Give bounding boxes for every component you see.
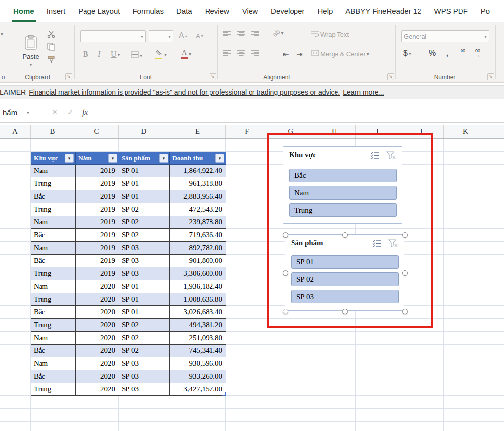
decrease-indent-button[interactable]: ⇤ (283, 50, 289, 59)
align-center-button[interactable] (237, 50, 245, 57)
table-cell[interactable]: 1,936,182.40 (170, 280, 226, 293)
table-cell[interactable]: SP 01 (119, 280, 170, 293)
learn-more-link[interactable]: Learn more... (343, 88, 384, 96)
table-cell[interactable]: 2019 (76, 190, 119, 203)
table-cell[interactable]: Nam (31, 242, 76, 255)
menu-tab-formulas[interactable]: Formulas (126, 0, 170, 22)
table-cell[interactable]: 2019 (76, 267, 119, 280)
table-cell[interactable]: SP 03 (119, 357, 170, 370)
table-cell[interactable]: SP 01 (119, 306, 170, 319)
table-cell[interactable]: SP 01 (119, 293, 170, 306)
table-header-s-n-ph-m[interactable]: Sản phẩm▾ (119, 152, 170, 165)
table-cell[interactable]: 1,008,636.80 (170, 293, 226, 306)
decrease-decimal-button[interactable]: 00 → (475, 49, 480, 58)
table-cell[interactable]: 2020 (76, 293, 119, 306)
table-cell[interactable]: 2020 (76, 319, 119, 332)
selection-handle[interactable] (402, 309, 408, 314)
table-cell[interactable]: 2019 (76, 216, 119, 229)
table-cell[interactable]: 961,318.80 (170, 177, 226, 190)
font-color-button[interactable]: A ▾ (181, 49, 191, 59)
column-header-i[interactable]: I (356, 125, 399, 138)
table-cell[interactable]: 251,093.80 (170, 332, 226, 345)
menu-tab-home[interactable]: Home (7, 0, 41, 22)
table-cell[interactable]: SP 02 (119, 203, 170, 216)
table-cell[interactable]: Trung (31, 319, 76, 332)
borders-button[interactable]: ▾ (131, 51, 142, 60)
table-cell[interactable]: Nam (31, 332, 76, 345)
font-dialog-launcher[interactable]: ↘ (210, 73, 216, 80)
menu-tab-insert[interactable]: Insert (41, 0, 72, 22)
table-cell[interactable]: Trung (31, 293, 76, 306)
table-cell[interactable]: 494,381.20 (170, 319, 226, 332)
table-cell[interactable]: SP 02 (119, 229, 170, 242)
table-cell[interactable]: 3,026,683.40 (170, 306, 226, 319)
name-box-dropdown-icon[interactable]: ▾ (27, 102, 29, 123)
table-cell[interactable]: 2019 (76, 242, 119, 255)
table-cell[interactable]: 2020 (76, 383, 119, 396)
table-cell[interactable]: 2020 (76, 345, 119, 357)
table-cell[interactable]: 2019 (76, 203, 119, 216)
table-cell[interactable]: Trung (31, 383, 76, 396)
slicer-item-sp-03[interactable]: SP 03 (291, 290, 399, 303)
slicer-item-trung[interactable]: Trung (289, 203, 397, 217)
selection-handle[interactable] (342, 309, 348, 314)
table-cell[interactable]: SP 01 (119, 177, 170, 190)
column-header-h[interactable]: H (313, 125, 356, 138)
table-cell[interactable]: 1,864,922.40 (170, 165, 226, 177)
font-size-combo[interactable]: ▾ (149, 30, 173, 42)
table-header-n-m[interactable]: Năm▾ (76, 152, 119, 165)
menu-tab-review[interactable]: Review (199, 0, 236, 22)
table-cell[interactable]: 719,636.40 (170, 229, 226, 242)
comma-format-button[interactable]: , (446, 47, 449, 58)
underline-button[interactable]: U▾ (111, 50, 120, 59)
clear-filter-icon[interactable] (388, 239, 398, 249)
filter-dropdown-icon[interactable]: ▾ (159, 154, 168, 163)
align-left-button[interactable] (223, 50, 231, 57)
cancel-button[interactable]: × (52, 102, 57, 123)
table-cell[interactable]: SP 02 (119, 319, 170, 332)
filter-dropdown-icon[interactable]: ▾ (65, 154, 74, 163)
percent-format-button[interactable]: % (429, 49, 436, 58)
table-cell[interactable]: Trung (31, 177, 76, 190)
column-header-a[interactable]: A (0, 125, 31, 138)
bold-button[interactable]: B (83, 50, 88, 59)
table-cell[interactable]: 2020 (76, 306, 119, 319)
table-cell[interactable]: SP 02 (119, 216, 170, 229)
insert-function-button[interactable]: fx (82, 102, 88, 123)
clear-filter-icon[interactable] (386, 151, 396, 161)
table-cell[interactable]: 2020 (76, 370, 119, 383)
table-cell[interactable]: SP 01 (119, 165, 170, 177)
selection-handle[interactable] (283, 232, 288, 238)
slicer-item-sp-01[interactable]: SP 01 (291, 255, 399, 269)
number-dialog-launcher[interactable]: ↘ (487, 73, 494, 80)
orientation-button[interactable]: ab ▾ (273, 29, 284, 37)
table-cell[interactable]: 2,883,956.40 (170, 190, 226, 203)
align-middle-button[interactable] (237, 30, 245, 37)
selection-handle[interactable] (283, 309, 288, 314)
table-cell[interactable]: SP 02 (119, 345, 170, 357)
table-cell[interactable]: Bắc (31, 345, 76, 357)
table-cell[interactable]: SP 01 (119, 190, 170, 203)
table-cell[interactable]: SP 03 (119, 242, 170, 255)
table-cell[interactable]: SP 03 (119, 255, 170, 267)
menu-tab-wps-pdf[interactable]: WPS PDF (427, 0, 474, 22)
table-cell[interactable]: SP 03 (119, 383, 170, 396)
column-header-e[interactable]: E (169, 125, 226, 138)
column-header-f[interactable]: F (226, 125, 268, 138)
table-cell[interactable]: Nam (31, 165, 76, 177)
font-name-combo[interactable]: ▾ (80, 30, 146, 42)
table-cell[interactable]: 2019 (76, 229, 119, 242)
italic-button[interactable]: I (98, 50, 100, 59)
paste-button[interactable]: Paste ▾ (18, 27, 43, 75)
table-cell[interactable]: 2019 (76, 165, 119, 177)
filter-dropdown-icon[interactable]: ▾ (108, 154, 117, 163)
table-cell[interactable]: 930,596.00 (170, 357, 226, 370)
multi-select-icon[interactable] (372, 239, 382, 249)
align-bottom-button[interactable] (251, 30, 259, 37)
table-cell[interactable]: 472,543.20 (170, 203, 226, 216)
slicer-khu-vuc[interactable]: Khu vực BắcNamTrung (283, 146, 402, 224)
table-cell[interactable]: 2019 (76, 177, 119, 190)
table-header-khu-v-c[interactable]: Khu vực▾ (31, 152, 76, 165)
table-cell[interactable]: Nam (31, 280, 76, 293)
table-cell[interactable]: 892,782.00 (170, 242, 226, 255)
